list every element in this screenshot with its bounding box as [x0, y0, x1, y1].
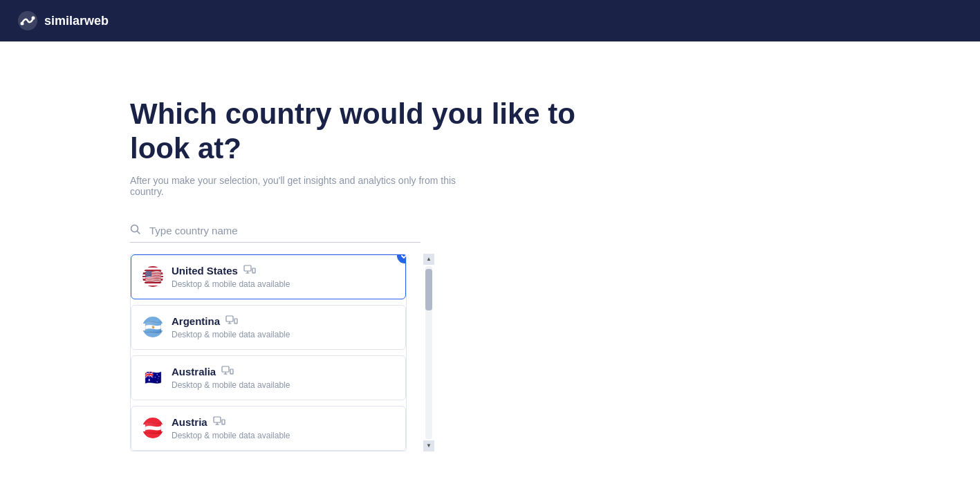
country-data-ar: Desktop & mobile data available [172, 330, 394, 339]
country-name-au: Australia [172, 366, 216, 377]
country-info-au: Australia Desktop & mobile data availa [172, 366, 394, 390]
country-name-at: Austria [172, 416, 207, 428]
svg-point-2 [32, 17, 35, 20]
country-item-us[interactable]: 🇺🇸 United States [131, 254, 406, 299]
svg-rect-10 [226, 316, 233, 321]
scroll-up-arrow[interactable]: ▲ [423, 254, 434, 265]
search-icon [130, 224, 141, 238]
svg-rect-15 [222, 366, 229, 372]
scroll-thumb[interactable] [425, 269, 432, 310]
country-info-ar: Argentina Desktop & mobile data availa [172, 315, 394, 339]
svg-line-4 [138, 231, 140, 234]
flag-at: 🇦🇹 [142, 418, 163, 438]
device-icon-au [221, 366, 234, 377]
scrollbar[interactable]: ▲ ▼ [423, 254, 434, 451]
country-info-at: Austria Desktop & mobile data availabl [172, 416, 394, 440]
app-header: similarweb [0, 0, 980, 41]
flag-au: 🇦🇺 [142, 367, 163, 388]
flag-ar: 🇦🇷 [142, 317, 163, 337]
svg-rect-20 [214, 417, 221, 422]
country-info-us: United States Desktop & mobile data av [172, 265, 394, 289]
country-name-row-us: United States [172, 265, 394, 277]
logo-text: similarweb [44, 14, 109, 28]
country-name-ar: Argentina [172, 315, 220, 327]
scroll-track[interactable] [425, 266, 432, 439]
country-item-ar[interactable]: 🇦🇷 Argentina [131, 305, 406, 350]
svg-point-1 [21, 22, 24, 26]
country-list: 🇺🇸 United States [130, 254, 407, 451]
logo-container: similarweb [17, 10, 109, 32]
search-input[interactable] [130, 219, 420, 243]
device-icon-at [213, 416, 225, 428]
country-list-container: 🇺🇸 United States [130, 254, 420, 451]
selected-check-us [397, 254, 407, 263]
country-data-au: Desktop & mobile data available [172, 380, 394, 390]
flag-us: 🇺🇸 [142, 266, 163, 287]
page-subtitle: After you make your selection, you'll ge… [130, 175, 490, 197]
page-title: Which country would you like to look at? [130, 97, 614, 167]
device-icon-us [243, 265, 256, 277]
country-data-at: Desktop & mobile data available [172, 431, 394, 440]
search-container [130, 219, 420, 243]
country-name-row-au: Australia [172, 366, 394, 377]
country-item-at[interactable]: 🇦🇹 Austria [131, 406, 406, 451]
country-name-row-at: Austria [172, 416, 394, 428]
country-name-us: United States [172, 265, 238, 277]
country-name-row-ar: Argentina [172, 315, 394, 327]
svg-rect-5 [244, 265, 251, 271]
scroll-down-arrow[interactable]: ▼ [423, 440, 434, 451]
country-data-us: Desktop & mobile data available [172, 279, 394, 289]
country-item-au[interactable]: 🇦🇺 Australia [131, 355, 406, 400]
device-icon-ar [225, 315, 238, 327]
main-content: Which country would you like to look at?… [0, 41, 980, 451]
similarweb-logo-icon [17, 10, 39, 32]
